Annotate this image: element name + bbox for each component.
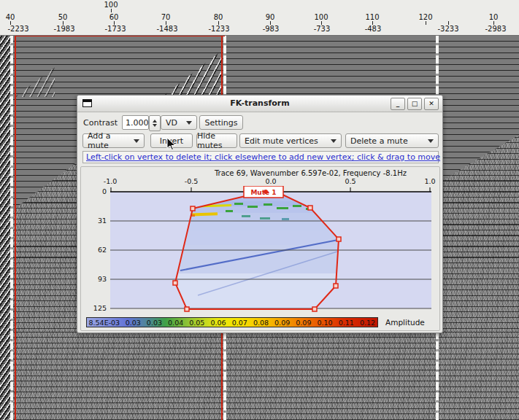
spin-down-icon[interactable] xyxy=(153,124,157,127)
ruler-label: -1483 xyxy=(156,25,177,33)
ruler-label: 40 xyxy=(6,13,15,21)
contrast-spinner[interactable] xyxy=(149,115,161,131)
ruler-label: -1733 xyxy=(104,25,126,33)
colorbar-value-label: 0.03 xyxy=(144,319,165,327)
ruler-label: 80 xyxy=(214,13,223,21)
x-tick-label: -1.0 xyxy=(104,177,118,185)
close-button[interactable]: ✕ xyxy=(424,98,439,110)
seismic-noise-bottom xyxy=(11,332,519,420)
ruler-label: -2233 xyxy=(7,25,28,33)
ruler-label: 60 xyxy=(109,13,119,21)
add-mute-combo[interactable]: Add a mute xyxy=(82,133,145,148)
contrast-label: Contrast xyxy=(83,118,118,128)
colorbar-labels: 8.54E-030.030.030.040.050.060.070.080.09… xyxy=(86,317,378,327)
ruler-label: 10 xyxy=(489,13,499,21)
delete-mute-combo[interactable]: Delete a mute xyxy=(345,133,439,148)
ruler-label: 70 xyxy=(161,13,171,21)
seismic-left-edge-traces xyxy=(0,35,11,420)
colorbar-value-label: 0.09 xyxy=(293,319,314,327)
x-tick-label: 1.0 xyxy=(424,177,435,185)
colorbar-value-label: 8.54E-03 xyxy=(86,319,123,327)
colorbar-title: Amplitude xyxy=(385,318,425,327)
trace-header-ruler: 100 40506070809010011012010 -2233-1983-1… xyxy=(0,0,519,36)
edit-mute-vertices-combo[interactable]: Edit mute vertices xyxy=(239,133,342,148)
colorbar-value-label: 0.03 xyxy=(123,319,144,327)
delete-mute-label: Delete a mute xyxy=(350,136,408,146)
chevron-down-icon xyxy=(134,139,139,143)
ruler-top-tick xyxy=(111,9,112,12)
minimize-button[interactable]: _ xyxy=(391,98,405,110)
dialog-titlebar[interactable]: FK-transform _ □ ✕ xyxy=(77,96,442,112)
y-tick-label: 31 xyxy=(88,217,107,225)
colorbar-value-label: 0.09 xyxy=(272,319,293,327)
mute-label: Mute 1 xyxy=(250,189,276,196)
x-tick-label: -0.5 xyxy=(185,177,199,185)
hint-bar: Left-click on vertex to delete it; click… xyxy=(82,151,439,163)
dialog-title: FK-transform xyxy=(77,98,442,108)
y-tick-label: 93 xyxy=(88,275,107,283)
chevron-down-icon xyxy=(186,121,192,125)
selection-red-line-left xyxy=(15,35,16,420)
mouse-cursor-icon xyxy=(166,137,177,152)
x-tick-label: 0.5 xyxy=(345,177,355,185)
ruler-label: 90 xyxy=(266,13,275,21)
colorbar-value-label: 0.10 xyxy=(314,319,335,327)
ruler-label: -1983 xyxy=(53,25,74,33)
ruler-label: -733 xyxy=(314,25,331,33)
fk-transform-dialog: FK-transform _ □ ✕ Contrast 1.000 VD Set… xyxy=(77,95,443,333)
y-tick-label: 0 xyxy=(88,187,107,195)
chevron-down-icon xyxy=(428,139,434,143)
chevron-down-icon xyxy=(331,139,337,143)
ruler-label: 120 xyxy=(418,13,432,21)
hide-mutes-button[interactable]: Hide mutes xyxy=(196,133,237,148)
maximize-button[interactable]: □ xyxy=(407,98,422,110)
colorbar-value-label: 0.12 xyxy=(357,319,378,327)
ruler-label: -3233 xyxy=(437,25,458,33)
mute-vertex-dot[interactable] xyxy=(264,190,268,194)
ruler-label: -483 xyxy=(365,25,382,33)
ruler-label: 100 xyxy=(314,13,328,21)
display-mode-combo[interactable]: VD xyxy=(161,115,197,130)
colorbar-value-label: 0.11 xyxy=(336,319,357,327)
hint-text: Left-click on vertex to delete it; click… xyxy=(86,152,440,162)
ruler-top-label: 100 xyxy=(104,1,118,9)
cursor-status-text: Trace 69, Wavenumber 6.597e-02, Frequenc… xyxy=(215,169,407,177)
fk-spectrum-plot[interactable]: Mute 1 xyxy=(110,186,431,314)
ruler-label: -983 xyxy=(263,25,280,33)
y-tick-label: 62 xyxy=(88,246,107,254)
y-tick-label: 125 xyxy=(88,304,107,312)
colorbar-value-label: 0.05 xyxy=(186,319,207,327)
add-mute-label: Add a mute xyxy=(88,131,129,150)
settings-button[interactable]: Settings xyxy=(199,115,243,130)
ruler-label: -1233 xyxy=(208,25,229,33)
spin-up-icon[interactable] xyxy=(153,120,157,122)
colorbar-value-label: 0.06 xyxy=(207,319,228,327)
colorbar-value-label: 0.07 xyxy=(229,319,250,327)
display-mode-value: VD xyxy=(166,118,177,128)
trace-marker-stripe-left xyxy=(10,35,13,420)
colorbar-value-label: 0.08 xyxy=(250,319,272,327)
ruler-label: 50 xyxy=(58,13,68,21)
ruler-label: -2983 xyxy=(485,25,506,33)
fk-application-screen: 100 40506070809010011012010 -2233-1983-1… xyxy=(0,0,519,420)
ruler-tick xyxy=(426,21,426,25)
contrast-input[interactable]: 1.000 xyxy=(122,115,149,130)
x-tick-label: 0.0 xyxy=(265,177,276,185)
edit-mute-vertices-label: Edit mute vertices xyxy=(245,136,318,146)
ruler-label: 110 xyxy=(365,13,379,21)
colorbar-value-label: 0.04 xyxy=(165,319,186,327)
